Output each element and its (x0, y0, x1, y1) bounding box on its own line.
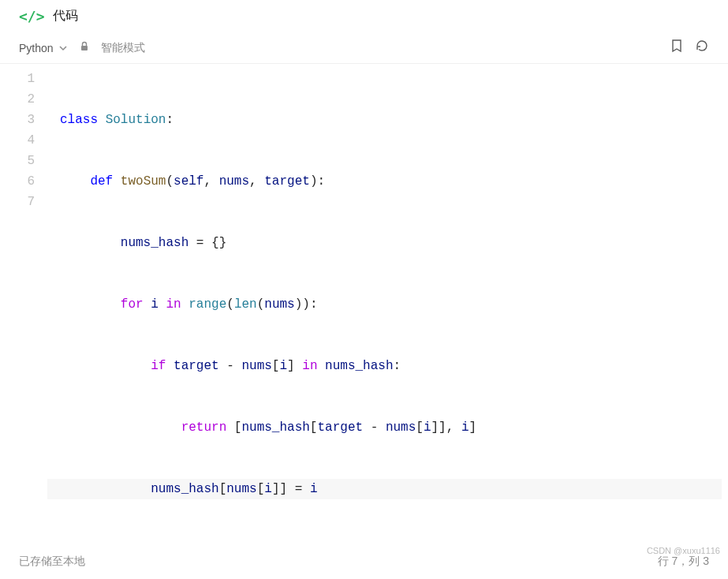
code-editor[interactable]: 1 2 3 4 5 6 7 class Solution: def twoSum… (0, 64, 728, 540)
line-gutter: 1 2 3 4 5 6 7 (0, 69, 47, 540)
svg-rect-0 (81, 46, 88, 50)
bookmark-icon[interactable] (670, 39, 684, 57)
language-label: Python (19, 42, 54, 54)
language-selector[interactable]: Python (19, 42, 68, 54)
lock-icon (79, 41, 90, 54)
reset-icon[interactable] (695, 39, 709, 57)
cursor-position: 行 7，列 3 (658, 555, 709, 569)
line-number: 7 (19, 192, 35, 212)
line-number: 6 (19, 171, 35, 192)
mode-label: 智能模式 (101, 41, 145, 55)
chevron-down-icon (58, 43, 68, 53)
save-status: 已存储至本地 (19, 555, 85, 569)
line-number: 4 (19, 130, 35, 151)
watermark: CSDN @xuxu1116 (647, 546, 720, 555)
code-icon: </> (19, 8, 45, 24)
panel-title: 代码 (53, 8, 78, 24)
code-content[interactable]: class Solution: def twoSum(self, nums, t… (47, 69, 728, 540)
line-number: 1 (19, 69, 35, 89)
line-number: 5 (19, 151, 35, 171)
line-number: 3 (19, 110, 35, 130)
line-number: 2 (19, 89, 35, 110)
